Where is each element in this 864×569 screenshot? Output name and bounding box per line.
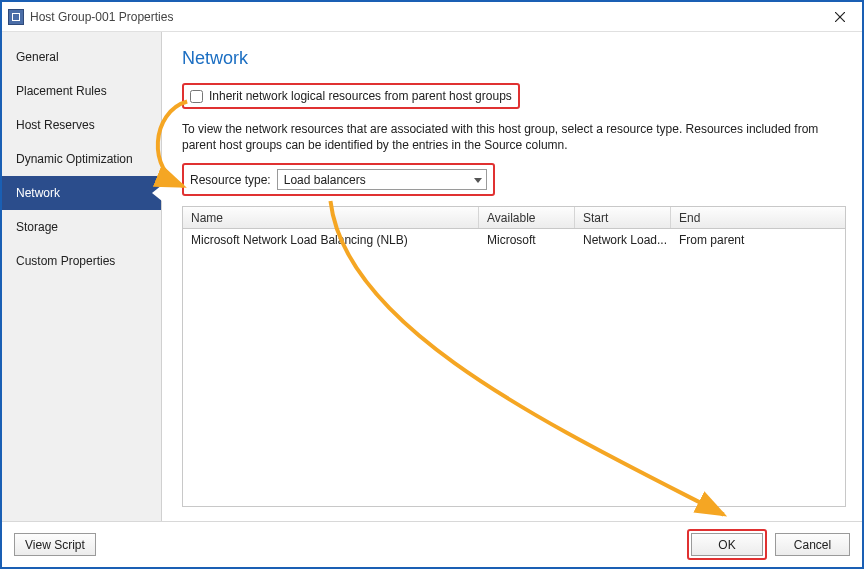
sidebar-item-label: Placement Rules: [16, 84, 107, 98]
ok-button[interactable]: OK: [691, 533, 763, 556]
window-title: Host Group-001 Properties: [30, 10, 173, 24]
sidebar-item-network[interactable]: Network: [2, 176, 161, 210]
inherit-checkbox-label: Inherit network logical resources from p…: [209, 89, 512, 103]
sidebar-item-placement-rules[interactable]: Placement Rules: [2, 74, 161, 108]
resource-type-highlight: Resource type: Load balancers: [182, 163, 495, 196]
resource-table: Name Available Start End Microsoft Netwo…: [182, 206, 846, 507]
inherit-checkbox-row[interactable]: Inherit network logical resources from p…: [190, 89, 512, 103]
close-icon: [835, 12, 845, 22]
col-header-end[interactable]: End: [671, 207, 845, 228]
cell-available: Microsoft: [479, 229, 575, 251]
col-header-start[interactable]: Start: [575, 207, 671, 228]
sidebar-item-storage[interactable]: Storage: [2, 210, 161, 244]
cancel-button[interactable]: Cancel: [775, 533, 850, 556]
resource-type-label: Resource type:: [190, 173, 271, 187]
sidebar-item-label: Host Reserves: [16, 118, 95, 132]
cell-end: From parent: [671, 229, 845, 251]
sidebar-item-label: Dynamic Optimization: [16, 152, 133, 166]
view-script-button[interactable]: View Script: [14, 533, 96, 556]
dialog-window: Host Group-001 Properties General Placem…: [0, 0, 864, 569]
close-button[interactable]: [820, 3, 860, 31]
sidebar-item-custom-properties[interactable]: Custom Properties: [2, 244, 161, 278]
cell-start: Network Load...: [575, 229, 671, 251]
sidebar-item-general[interactable]: General: [2, 40, 161, 74]
titlebar: Host Group-001 Properties: [2, 2, 862, 32]
sidebar-item-label: Custom Properties: [16, 254, 115, 268]
col-header-available[interactable]: Available: [479, 207, 575, 228]
app-icon: [8, 9, 24, 25]
resource-type-select[interactable]: Load balancers: [277, 169, 487, 190]
col-header-name[interactable]: Name: [183, 207, 479, 228]
sidebar-item-label: General: [16, 50, 59, 64]
inherit-checkbox[interactable]: [190, 90, 203, 103]
table-row[interactable]: Microsoft Network Load Balancing (NLB) M…: [183, 229, 845, 251]
description-text: To view the network resources that are a…: [182, 121, 842, 153]
inherit-highlight: Inherit network logical resources from p…: [182, 83, 520, 109]
table-header: Name Available Start End: [183, 207, 845, 229]
sidebar-item-dynamic-optimization[interactable]: Dynamic Optimization: [2, 142, 161, 176]
dialog-body: General Placement Rules Host Reserves Dy…: [2, 32, 862, 521]
sidebar-item-label: Storage: [16, 220, 58, 234]
sidebar: General Placement Rules Host Reserves Dy…: [2, 32, 162, 521]
cell-name: Microsoft Network Load Balancing (NLB): [183, 229, 479, 251]
resource-type-value: Load balancers: [284, 173, 366, 187]
ok-highlight: OK: [687, 529, 767, 560]
page-title: Network: [182, 48, 846, 69]
sidebar-item-label: Network: [16, 186, 60, 200]
sidebar-item-host-reserves[interactable]: Host Reserves: [2, 108, 161, 142]
main-panel: Network Inherit network logical resource…: [162, 32, 862, 521]
chevron-down-icon: [474, 178, 482, 183]
dialog-footer: View Script OK Cancel: [2, 521, 862, 567]
